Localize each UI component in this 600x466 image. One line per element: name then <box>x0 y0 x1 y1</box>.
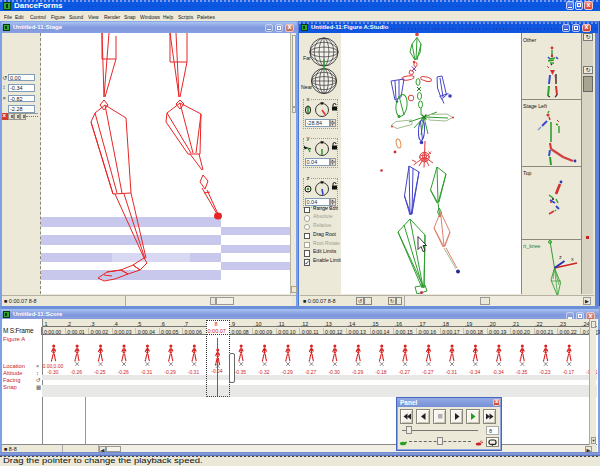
svg-text:z: z <box>559 254 562 260</box>
svg-text:x: x <box>571 256 574 262</box>
